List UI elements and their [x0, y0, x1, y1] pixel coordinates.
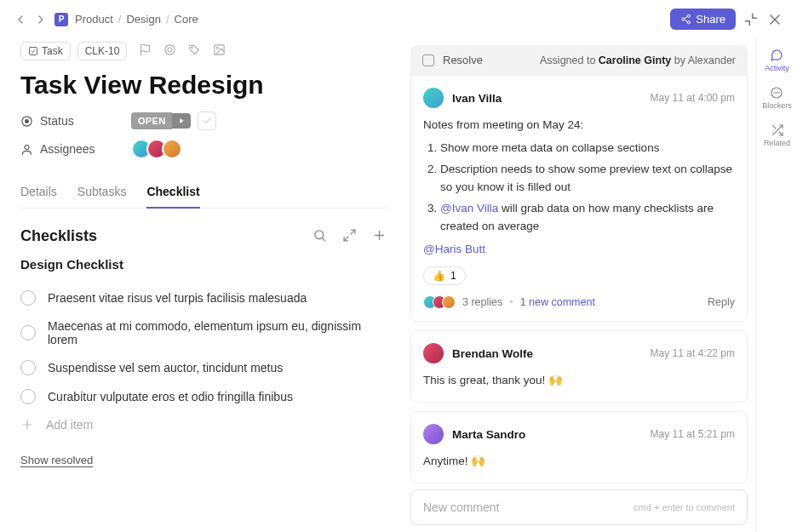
checklist-item-text: Maecenas at mi commodo, elementum ipsum …	[48, 319, 387, 346]
svg-line-4	[685, 17, 688, 19]
task-type-chip[interactable]: Task	[20, 42, 71, 60]
svg-marker-16	[181, 118, 184, 123]
share-button[interactable]: Share	[670, 9, 736, 30]
comment-author: Marta Sandro	[452, 428, 525, 441]
assigned-to-text: Assigned to Caroline Ginty by Alexander	[540, 54, 736, 66]
comment-body: Anytime! 🙌	[423, 453, 735, 471]
check-circle-icon[interactable]	[20, 325, 36, 340]
svg-point-10	[168, 48, 172, 52]
page-title: Task View Redesign	[20, 71, 387, 100]
comment-body: Notes from meeting on May 24:Show more m…	[423, 117, 735, 258]
comment-time: May 11 at 4:22 pm	[651, 347, 735, 359]
target-icon[interactable]	[163, 43, 176, 59]
show-resolved-link[interactable]: Show resolved	[20, 454, 387, 466]
composer-hint: cmd + enter to comment	[634, 502, 735, 512]
checklist-item[interactable]: Curabitur vulputate eros et odio fringil…	[20, 382, 387, 411]
nav-back-icon[interactable]	[14, 13, 27, 26]
check-circle-icon[interactable]	[20, 360, 36, 375]
resolve-label: Resolve	[443, 54, 483, 66]
expand-icon[interactable]	[342, 228, 357, 245]
status-badge[interactable]: OPEN	[131, 112, 172, 129]
svg-line-21	[344, 236, 348, 240]
avatar	[423, 343, 444, 363]
checklist-item[interactable]: Maecenas at mi commodo, elementum ipsum …	[20, 312, 387, 353]
comment-body: This is great, thank you! 🙌	[423, 372, 735, 390]
checklist-item-text: Praesent vitae risus vel turpis facilisi…	[48, 291, 307, 305]
image-icon[interactable]	[213, 43, 226, 59]
checklist-title: Design Checklist	[20, 257, 387, 272]
comment-author: Ivan Villa	[452, 92, 502, 105]
comment-composer[interactable]: New comment cmd + enter to comment	[410, 489, 748, 525]
checklist-item[interactable]: Praesent vitae risus vel turpis facilisi…	[20, 283, 387, 312]
svg-point-15	[26, 119, 29, 123]
sidebar-related[interactable]: Related	[764, 123, 790, 147]
flag-icon[interactable]	[139, 43, 152, 59]
sidebar-blockers[interactable]: Blockers	[762, 86, 792, 110]
checklists-heading: Checklists	[20, 227, 312, 245]
assignees-avatars[interactable]	[131, 139, 182, 159]
status-label: Status	[20, 114, 131, 128]
avatar	[423, 88, 444, 108]
comment: Marta SandroMay 11 at 5:21 pmAnytime! 🙌	[410, 411, 748, 483]
collapse-icon[interactable]	[743, 11, 760, 28]
composer-placeholder: New comment	[423, 501, 499, 514]
avatar	[423, 424, 444, 444]
tag-icon[interactable]	[188, 43, 201, 59]
svg-point-17	[25, 145, 29, 149]
tab-details[interactable]: Details	[20, 176, 57, 208]
product-icon: P	[54, 13, 68, 26]
svg-line-19	[323, 237, 325, 240]
reaction-pill[interactable]: 👍 1	[423, 266, 466, 285]
checklist-item[interactable]: Suspendisse vel sem auctor, tincidunt me…	[20, 353, 387, 382]
resolve-checkbox[interactable]	[422, 54, 434, 66]
comment: Ivan VillaMay 11 at 4:00 pmNotes from me…	[410, 75, 748, 322]
add-icon[interactable]	[372, 228, 387, 245]
search-icon[interactable]	[312, 228, 327, 245]
svg-point-18	[315, 230, 324, 238]
svg-line-20	[351, 230, 355, 234]
assignees-label: Assignees	[20, 142, 131, 156]
checklist-item-text: Curabitur vulputate eros et odio fringil…	[48, 390, 293, 403]
svg-line-3	[685, 20, 688, 21]
sidebar-activity[interactable]: Activity	[765, 49, 789, 72]
close-icon[interactable]	[766, 11, 783, 28]
svg-point-11	[192, 47, 192, 48]
checklist-item-text: Suspendisse vel sem auctor, tincidunt me…	[48, 361, 283, 375]
task-id-chip[interactable]: CLK-10	[77, 42, 128, 60]
check-circle-icon[interactable]	[20, 290, 36, 306]
comment-author: Brendan Wolfe	[452, 347, 533, 360]
svg-line-30	[772, 126, 775, 129]
tab-subtasks[interactable]: Subtasks	[77, 176, 127, 208]
svg-point-9	[165, 45, 175, 54]
breadcrumb[interactable]: Product/ Design/ Core	[75, 13, 198, 26]
comment-time: May 11 at 4:00 pm	[651, 92, 735, 104]
check-circle-icon[interactable]	[20, 389, 36, 404]
avatar	[162, 139, 182, 159]
comment: Brendan WolfeMay 11 at 4:22 pmThis is gr…	[410, 330, 748, 403]
add-item-button[interactable]: Add item	[20, 411, 387, 438]
reply-link[interactable]: Reply	[708, 296, 735, 308]
tab-checklist[interactable]: Checklist	[146, 176, 199, 209]
comment-time: May 11 at 5:21 pm	[651, 428, 735, 440]
svg-rect-7	[30, 48, 37, 55]
status-next-icon[interactable]	[172, 113, 191, 129]
status-check-icon[interactable]	[198, 112, 216, 130]
svg-point-13	[217, 47, 219, 49]
nav-forward-icon[interactable]	[34, 13, 48, 26]
